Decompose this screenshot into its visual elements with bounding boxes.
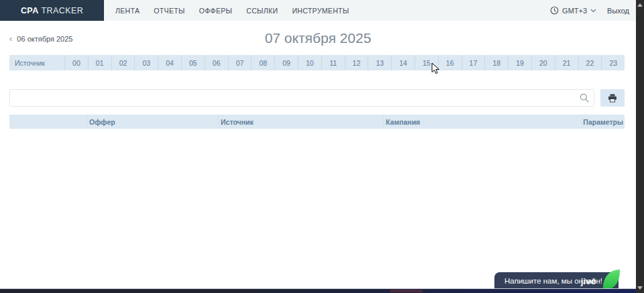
table-col-rowhead xyxy=(9,115,87,129)
brand-logo-bold: CPA xyxy=(21,6,39,15)
hours-col-21: 21 xyxy=(555,55,578,70)
chevron-down-icon xyxy=(590,9,596,13)
scroll-down-icon[interactable] xyxy=(637,286,643,290)
brand-logo-rest: TRACKER xyxy=(42,6,84,15)
timezone-selector[interactable]: GMT+3 xyxy=(550,6,596,15)
taskbar-blip xyxy=(390,290,423,292)
main-nav: ЛЕНТАОТЧЕТЫОФФЕРЫССЫЛКИИНСТРУМЕНТЫ xyxy=(104,0,550,21)
hours-col-02: 02 xyxy=(111,55,135,70)
nav-item-ssylki[interactable]: ССЫЛКИ xyxy=(246,7,278,15)
nav-item-otchety[interactable]: ОТЧЕТЫ xyxy=(154,7,184,15)
bottom-strip xyxy=(0,288,644,293)
chat-widget[interactable]: Напишите нам, мы онлайн! jivo xyxy=(494,272,619,290)
hours-col-13: 13 xyxy=(368,55,391,70)
hours-col-10: 10 xyxy=(298,55,321,70)
search-input[interactable] xyxy=(9,89,594,107)
nav-item-lenta[interactable]: ЛЕНТА xyxy=(115,7,140,15)
table-empty-area xyxy=(0,129,636,270)
vertical-scrollbar[interactable] xyxy=(636,0,644,293)
hours-col-20: 20 xyxy=(531,55,555,70)
topbar-right: GMT+3 Выход xyxy=(550,0,636,21)
app-window: CPA TRACKER ЛЕНТАОТЧЕТЫОФФЕРЫССЫЛКИИНСТР… xyxy=(0,0,636,293)
jivo-logo: jivo xyxy=(581,276,596,286)
page-title: 07 октября 2025 xyxy=(0,28,636,48)
hours-header-row: Источник 0001020304050607080910111213141… xyxy=(9,55,625,70)
hours-col-01: 01 xyxy=(88,55,111,70)
hours-col-05: 05 xyxy=(181,55,205,70)
brand-logo[interactable]: CPA TRACKER xyxy=(0,0,104,21)
search-row xyxy=(9,89,625,107)
hours-col-23: 23 xyxy=(601,55,625,70)
hours-col-16: 16 xyxy=(438,55,462,70)
hours-col-00: 00 xyxy=(64,55,88,70)
hours-col-06: 06 xyxy=(205,55,228,70)
table-col-campaign: Кампания xyxy=(383,115,582,129)
table-col-params: Параметры xyxy=(582,115,625,129)
nav-item-offery[interactable]: ОФФЕРЫ xyxy=(199,7,233,15)
hours-col-07: 07 xyxy=(228,55,252,70)
logout-button[interactable]: Выход xyxy=(607,7,629,15)
prev-day-label: 06 октября 2025 xyxy=(17,34,72,42)
hours-col-17: 17 xyxy=(462,55,485,70)
hours-col-12: 12 xyxy=(345,55,368,70)
hours-col-03: 03 xyxy=(134,55,158,70)
prev-day-link[interactable]: ‹ 06 октября 2025 xyxy=(9,34,72,43)
hours-col-18: 18 xyxy=(484,55,508,70)
clock-icon xyxy=(550,6,559,15)
nav-item-instrumenty[interactable]: ИНСТРУМЕНТЫ xyxy=(292,7,349,15)
hours-col-15: 15 xyxy=(415,55,438,70)
table-col-offer: Оффер xyxy=(87,115,218,129)
scroll-up-icon[interactable] xyxy=(637,3,643,7)
table-col-source: Источник xyxy=(218,115,383,129)
hours-col-04: 04 xyxy=(158,55,181,70)
hours-col-14: 14 xyxy=(391,55,415,70)
printer-icon xyxy=(608,94,617,103)
hours-col-09: 09 xyxy=(274,55,298,70)
chevron-left-icon: ‹ xyxy=(9,34,12,43)
hours-col-19: 19 xyxy=(508,55,531,70)
search-box xyxy=(9,89,594,107)
hours-source-header: Источник xyxy=(9,55,64,70)
date-bar: ‹ 06 октября 2025 07 октября 2025 xyxy=(0,28,636,48)
hours-col-08: 08 xyxy=(251,55,274,70)
table-header: ОфферИсточникКампанияПараметры xyxy=(9,115,625,129)
hours-col-22: 22 xyxy=(578,55,602,70)
print-button[interactable] xyxy=(600,89,625,107)
topbar: CPA TRACKER ЛЕНТАОТЧЕТЫОФФЕРЫССЫЛКИИНСТР… xyxy=(0,0,636,21)
timezone-label: GMT+3 xyxy=(562,7,587,15)
hours-col-11: 11 xyxy=(321,55,345,70)
